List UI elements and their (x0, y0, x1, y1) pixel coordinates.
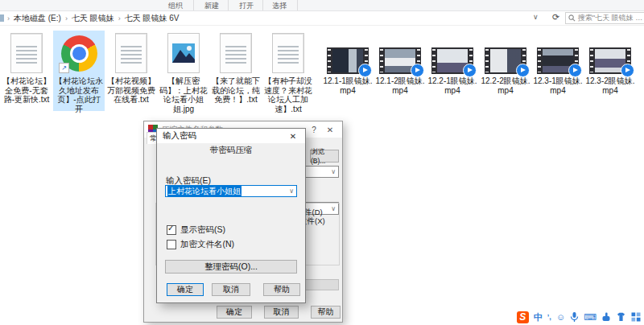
file-name: 【解压密码】：上村花论坛看小姐姐.jpg (158, 76, 209, 113)
search-icon (568, 14, 576, 22)
ribbon-group-select: 选择 (272, 1, 287, 11)
play-badge-icon (463, 64, 477, 77)
ribbon-separator (193, 0, 194, 10)
password-input[interactable]: 上村花论坛看小姐姐 (165, 185, 297, 197)
file-name: 【村花论坛】全免费-无套路-更新快.txt (1, 76, 52, 105)
play-badge-icon (516, 64, 530, 77)
encrypt-names-row: 加密文件名(N) (167, 239, 234, 250)
search-input[interactable]: 搜索"七天 眼镜妹 … (565, 12, 644, 24)
video-thumbnail-icon (485, 47, 526, 74)
file-item-video[interactable]: 12.1-2眼镜妹.mp4 (374, 31, 426, 111)
play-badge-icon (411, 64, 424, 77)
punctuation-icon[interactable]: ’, (547, 311, 551, 323)
play-badge-icon (358, 64, 372, 77)
cancel-button[interactable]: 取消 (212, 283, 250, 296)
video-thumbnail-icon (327, 47, 369, 74)
sogou-logo-icon[interactable]: S (517, 311, 529, 323)
file-name: 12.2-1眼镜妹.mp4 (427, 76, 478, 95)
chinese-mode-icon[interactable]: 中 (534, 311, 543, 323)
file-item-video[interactable]: 12.1-1眼镜妹.mp4 (322, 31, 374, 111)
refresh-icon[interactable] (552, 12, 559, 23)
breadcrumb-drive[interactable]: 本地磁盘 (E:) (14, 13, 61, 24)
emoji-icon[interactable]: ☺ (556, 311, 565, 323)
password-dialog-title: 输入密码 (163, 130, 287, 142)
chevron-right-icon (7, 14, 10, 23)
text-file-icon (10, 33, 43, 73)
close-icon[interactable] (287, 132, 299, 141)
file-name: 【来了就能下载的论坛，纯免费！】.txt (210, 76, 262, 105)
file-item-video[interactable]: 12.3-2眼镜妹.mp4 (584, 31, 636, 111)
cancel-button[interactable]: 取消 (264, 306, 299, 319)
ribbon-group-open: 打开 (239, 1, 254, 11)
encrypt-names-label: 加密文件名(N) (180, 239, 234, 250)
text-file-icon (272, 33, 304, 73)
help-button[interactable]: 帮助 (311, 306, 341, 319)
ribbon-group-organize: 组织 (168, 1, 183, 11)
ribbon-separator (297, 0, 298, 10)
image-file-icon (167, 33, 200, 73)
password-dialog-titlebar: 输入密码 (157, 129, 305, 143)
file-item-chrome-shortcut[interactable]: 【村花论坛永久地址发布页】-点此打开 (53, 31, 105, 111)
file-name: 【村花视频】万部视频免费在线看.txt (105, 76, 157, 105)
play-badge-icon (621, 64, 634, 77)
keyboard-icon[interactable] (584, 311, 597, 323)
browse-button[interactable]: 浏览(B)... (310, 150, 339, 162)
ribbon-separator (228, 0, 229, 10)
text-file-icon (115, 33, 147, 73)
close-icon[interactable] (322, 125, 338, 134)
explorer-window: 组织 新建 打开 选择 本地磁盘 (E:) 七天 眼镜妹 七天 眼镜妹 6V 搜… (0, 0, 644, 325)
show-password-row: 显示密码(S) (167, 224, 225, 236)
file-name: 12.1-2眼镜妹.mp4 (374, 76, 426, 95)
file-item-video[interactable]: 12.2-1眼镜妹.mp4 (427, 31, 478, 111)
help-icon[interactable] (306, 125, 322, 134)
address-dropdown-icon[interactable] (533, 13, 539, 21)
file-name: 12.3-2眼镜妹.mp4 (584, 76, 636, 95)
file-name: 【村花论坛永久地址发布页】-点此打开 (53, 76, 105, 113)
encrypt-names-checkbox[interactable] (167, 240, 176, 249)
toolbox-icon[interactable] (631, 312, 641, 322)
ribbon-strip: 组织 新建 打开 选择 (0, 0, 644, 11)
file-name: 12.2-2眼镜妹.mp4 (480, 76, 531, 95)
video-thumbnail-icon (589, 47, 631, 74)
ok-button[interactable]: 确定 (167, 283, 204, 296)
show-password-checkbox[interactable] (167, 225, 176, 235)
ribbon-group-new: 新建 (204, 1, 219, 11)
video-thumbnail-icon (537, 47, 579, 74)
file-name: 12.3-1眼镜妹.mp4 (532, 76, 584, 95)
video-thumbnail-icon (379, 47, 421, 74)
ime-toolbar: S 中 ’, ☺ (517, 311, 641, 323)
help-button[interactable]: 帮助 (263, 283, 300, 296)
file-item-image[interactable]: 【解压密码】：上村花论坛看小姐姐.jpg (158, 31, 209, 111)
file-name: 12.1-1眼镜妹.mp4 (322, 76, 374, 95)
voice-icon[interactable] (570, 312, 579, 323)
chevron-right-icon (65, 14, 68, 23)
file-item-video[interactable]: 12.3-1眼镜妹.mp4 (532, 31, 584, 111)
breadcrumb-subfolder[interactable]: 七天 眼镜妹 6V (125, 13, 180, 24)
show-password-label: 显示密码(S) (180, 224, 225, 236)
skin-icon[interactable] (616, 312, 626, 322)
play-badge-icon (568, 64, 582, 77)
folder-icon (0, 14, 4, 22)
search-placeholder-text: 搜索"七天 眼镜妹 … (578, 13, 642, 23)
breadcrumb: 本地磁盘 (E:) 七天 眼镜妹 七天 眼镜妹 6V (7, 13, 179, 24)
file-item-txt[interactable]: 【村花论坛】全免费-无套路-更新快.txt (1, 31, 52, 111)
text-file-icon (220, 33, 252, 73)
shortcut-arrow-icon (59, 63, 69, 73)
file-item-txt[interactable]: 【来了就能下载的论坛，纯免费！】.txt (210, 31, 262, 111)
handwriting-icon[interactable] (601, 312, 611, 322)
organize-passwords-button[interactable]: 整理密码(O)... (165, 260, 297, 274)
address-bar: 本地磁盘 (E:) 七天 眼镜妹 七天 眼镜妹 6V 搜索"七天 眼镜妹 … (0, 11, 644, 26)
file-item-txt[interactable]: 【村花视频】万部视频免费在线看.txt (105, 31, 157, 111)
compress-with-password-header: 带密码压缩 (157, 145, 305, 156)
password-value-selected: 上村花论坛看小姐姐 (167, 186, 242, 197)
ribbon-separator (262, 0, 263, 10)
file-name: 【有种子却没速度？来村花论坛人工加速】.txt (262, 76, 314, 113)
password-dialog: 输入密码 带密码压缩 输入密码(E) 上村花论坛看小姐姐 显示密码(S) 加密文… (156, 128, 306, 303)
breadcrumb-folder[interactable]: 七天 眼镜妹 (72, 13, 114, 24)
ok-button[interactable]: 确定 (217, 306, 252, 319)
file-item-video[interactable]: 12.2-2眼镜妹.mp4 (480, 31, 531, 111)
file-item-txt[interactable]: 【有种子却没速度？来村花论坛人工加速】.txt (262, 31, 314, 111)
video-thumbnail-icon (431, 47, 473, 74)
chevron-down-icon (331, 168, 336, 175)
chevron-down-icon[interactable] (289, 187, 294, 195)
